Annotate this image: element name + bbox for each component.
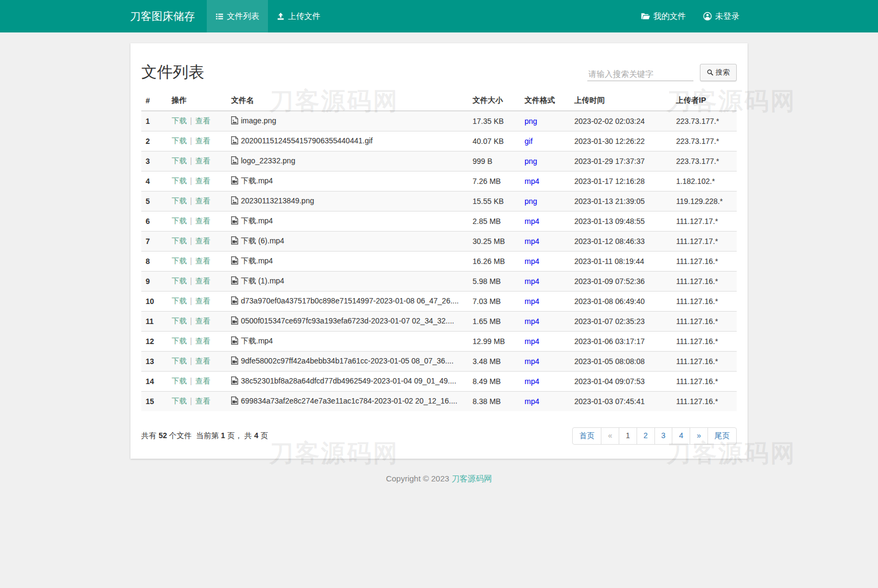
download-link[interactable]: 下载	[172, 256, 187, 265]
search-button[interactable]: 搜索	[700, 64, 737, 81]
download-link[interactable]: 下载	[172, 216, 187, 225]
download-link[interactable]: 下载	[172, 196, 187, 205]
table-row: 10 下载|查看 d73a970ef0a437517b0c898e7151499…	[141, 292, 737, 312]
download-link[interactable]: 下载	[172, 136, 187, 145]
nav-item-label: 我的文件	[653, 11, 686, 22]
download-link[interactable]: 下载	[172, 356, 187, 365]
page-button-2[interactable]: 2	[637, 427, 655, 445]
upload-time: 2023-01-17 12:16:28	[570, 171, 672, 191]
page-button-«: «	[601, 427, 619, 445]
file-video-icon	[231, 176, 238, 186]
view-link[interactable]: 查看	[195, 136, 211, 145]
view-link[interactable]: 查看	[195, 316, 211, 325]
view-link[interactable]: 查看	[195, 236, 211, 245]
search-icon	[707, 69, 713, 76]
file-format-link[interactable]: mp4	[525, 177, 539, 186]
download-link[interactable]: 下载	[172, 116, 187, 125]
file-format-link[interactable]: mp4	[525, 277, 539, 286]
view-link[interactable]: 查看	[195, 356, 211, 365]
download-link[interactable]: 下载	[172, 296, 187, 305]
file-name: 下载.mp4	[241, 336, 273, 345]
page-button-3[interactable]: 3	[654, 427, 673, 445]
file-size: 3.48 MB	[468, 352, 520, 372]
download-link[interactable]: 下载	[172, 397, 187, 405]
download-link[interactable]: 下载	[172, 236, 187, 245]
nav-item-login-status[interactable]: 未登录	[694, 0, 748, 32]
file-video-icon	[231, 296, 238, 306]
uploader-ip: 111.127.16.*	[672, 332, 737, 352]
nav-item-file-list[interactable]: 文件列表	[207, 0, 268, 32]
file-format-link[interactable]: mp4	[525, 237, 539, 246]
view-link[interactable]: 查看	[195, 116, 211, 125]
download-link[interactable]: 下载	[172, 336, 187, 345]
page-button-»[interactable]: »	[690, 427, 708, 445]
view-link[interactable]: 查看	[195, 156, 211, 165]
view-link[interactable]: 查看	[195, 296, 211, 305]
download-link[interactable]: 下载	[172, 316, 187, 325]
file-format-link[interactable]: mp4	[525, 397, 539, 406]
page-button-首页[interactable]: 首页	[572, 427, 601, 445]
nav-item-upload[interactable]: 上传文件	[268, 0, 329, 32]
column-header-6: 上传者IP	[672, 91, 737, 111]
action-separator: |	[190, 276, 192, 285]
action-separator: |	[190, 296, 192, 305]
row-index: 3	[141, 151, 167, 171]
file-name: 下载.mp4	[241, 256, 273, 265]
file-format-link[interactable]: mp4	[525, 357, 539, 366]
action-separator: |	[190, 356, 192, 365]
view-link[interactable]: 查看	[195, 376, 211, 385]
view-link[interactable]: 查看	[195, 256, 211, 265]
download-link[interactable]: 下载	[172, 176, 187, 185]
view-link[interactable]: 查看	[195, 336, 211, 345]
footer-site-link[interactable]: 刀客源码网	[451, 474, 492, 483]
action-separator: |	[190, 236, 192, 245]
view-link[interactable]: 查看	[195, 176, 211, 185]
view-link[interactable]: 查看	[195, 276, 211, 285]
file-name: 下载 (1).mp4	[241, 276, 284, 285]
pagination: 首页«1234»尾页	[572, 427, 737, 445]
search-input[interactable]	[587, 67, 693, 81]
upload-time: 2023-01-30 12:26:22	[570, 131, 672, 151]
file-size: 1.65 MB	[468, 312, 520, 332]
navbar: 刀客图床储存 文件列表 上传文件 我的文件	[0, 0, 878, 32]
file-format-link[interactable]: png	[525, 197, 537, 206]
file-format-link[interactable]: mp4	[525, 377, 539, 386]
uploader-ip: 223.73.177.*	[672, 111, 737, 131]
download-link[interactable]: 下载	[172, 276, 187, 285]
upload-time: 2023-01-09 07:52:36	[570, 272, 672, 292]
upload-time: 2023-01-13 21:39:05	[570, 191, 672, 212]
file-format-link[interactable]: mp4	[525, 317, 539, 326]
upload-time: 2023-01-13 09:48:55	[570, 212, 672, 232]
page-button-尾页[interactable]: 尾页	[707, 427, 737, 445]
file-format-link[interactable]: mp4	[525, 337, 539, 346]
file-format-link[interactable]: mp4	[525, 297, 539, 306]
download-link[interactable]: 下载	[172, 376, 187, 385]
brand[interactable]: 刀客图床储存	[130, 0, 207, 32]
table-row: 11 下载|查看 0500f015347ce697fc93a193efa6723…	[141, 312, 737, 332]
upload-time: 2023-01-29 17:37:37	[570, 151, 672, 171]
file-name: 20230113213849.png	[241, 196, 314, 205]
file-video-icon	[231, 376, 238, 386]
file-format-link[interactable]: png	[525, 117, 537, 125]
view-link[interactable]: 查看	[195, 196, 211, 205]
file-format-link[interactable]: gif	[525, 137, 533, 146]
nav-item-my-files[interactable]: 我的文件	[632, 0, 694, 32]
file-format-link[interactable]: mp4	[525, 217, 539, 226]
view-link[interactable]: 查看	[195, 216, 211, 225]
file-name: 9dfe58002c97ff42a4bebb34b17a61cc-2023-01…	[241, 356, 454, 365]
page-button-4[interactable]: 4	[672, 427, 690, 445]
action-separator: |	[190, 376, 192, 385]
nav-item-label: 文件列表	[227, 11, 259, 22]
file-video-icon	[231, 397, 238, 406]
column-header-2: 文件名	[227, 91, 468, 111]
file-size: 7.03 MB	[468, 292, 520, 312]
download-link[interactable]: 下载	[172, 156, 187, 165]
files-summary: 共有 52 个文件 当前第 1 页， 共 4 页	[141, 431, 268, 441]
file-name: image.png	[241, 116, 276, 125]
column-header-5: 上传时间	[570, 91, 672, 111]
view-link[interactable]: 查看	[195, 397, 211, 405]
table-row: 12 下载|查看 下载.mp4 12.99 MB mp4 2023-01-06 …	[141, 332, 737, 352]
file-format-link[interactable]: mp4	[525, 257, 539, 266]
row-index: 11	[141, 312, 167, 332]
file-format-link[interactable]: png	[525, 157, 537, 166]
